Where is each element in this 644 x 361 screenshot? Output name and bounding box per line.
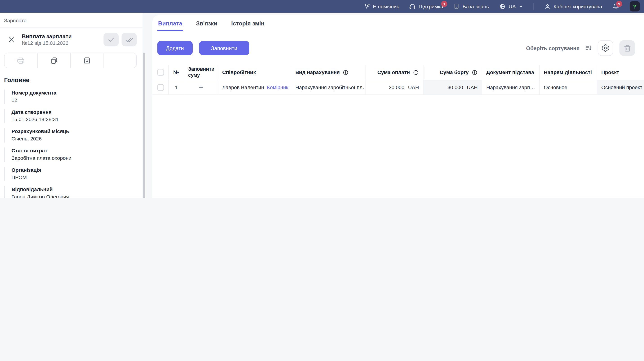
row-cell-fill-amount [184, 80, 218, 94]
table-actions: Додати Заповнити Оберіть сортування [152, 40, 644, 56]
row-cell-select [152, 80, 169, 94]
header-cell-num: № [169, 65, 184, 80]
user-cabinet-label: Кабінет користувача [554, 4, 602, 10]
sort-and-settings: Оберіть сортування [526, 40, 635, 56]
sort-icon[interactable] [585, 44, 592, 52]
field-created-date[interactable]: Дата створення 15.01.2026 18:28:31 [4, 109, 137, 123]
select-all-checkbox[interactable] [157, 69, 164, 76]
tab-history[interactable]: Історія змін [230, 20, 265, 31]
topbar-item-knowledge-base[interactable]: База знань [454, 0, 489, 13]
chevron-down-icon [519, 4, 523, 8]
sort-select[interactable]: Оберіть сортування [526, 45, 580, 51]
fill-button[interactable]: Заповнити [199, 41, 249, 55]
field-expense-item[interactable]: Стаття витрат Заробітна плата охорони [4, 148, 137, 162]
header-cell-base-document: Документ підстава [482, 65, 540, 80]
add-button[interactable]: Додати [157, 41, 192, 55]
topbar-item-support[interactable]: Підтримка 1 [409, 0, 443, 13]
tabs: Виплата Зв'язки Історія змін [152, 15, 644, 31]
table-row[interactable]: 1 Лавров Валентин Комірник Нарахування з… [152, 80, 644, 95]
assistant-label: Е-помічник [373, 4, 399, 10]
printer-icon [17, 56, 25, 64]
support-badge: 1 [441, 1, 447, 7]
trash-icon [623, 44, 631, 52]
header-cell-accrual-type: Вид нарахування [291, 65, 366, 80]
sidebar-scrollbar[interactable] [143, 53, 145, 198]
field-billing-month[interactable]: Розрахунковий місяць Січень, 2026 [4, 128, 137, 142]
check-icon [107, 36, 115, 44]
plus-icon[interactable] [197, 84, 204, 91]
row-cell-project: Основний проект [597, 80, 644, 94]
globe-icon [499, 3, 506, 10]
archive-box-icon [83, 56, 91, 64]
close-icon [8, 36, 15, 43]
header-cell-fill-amount: Заповнити суму [184, 65, 218, 80]
field-organization[interactable]: Організація ПРОМ [4, 167, 137, 181]
gear-icon [601, 44, 610, 52]
toolbar-empty-slot [104, 53, 136, 68]
language-label: UA [508, 4, 516, 10]
support-label: Підтримка [418, 4, 443, 10]
info-icon[interactable] [413, 69, 419, 76]
notifications-badge: 9 [616, 1, 622, 7]
book-icon [454, 4, 460, 10]
header-cell-activity-direction: Напрям діяльності [540, 65, 597, 80]
document-titles: Виплата зарплати №12 від 15.01.2026 [22, 34, 72, 46]
headset-icon [409, 3, 416, 10]
row-cell-num: 1 [169, 80, 184, 94]
copy-button[interactable] [38, 53, 71, 68]
table-settings-button[interactable] [598, 40, 613, 56]
tab-payment[interactable]: Виплата [157, 20, 183, 31]
avatar[interactable] [630, 1, 640, 12]
header-cell-project: Проєкт [597, 65, 644, 80]
double-check-icon [125, 36, 134, 44]
field-doc-number[interactable]: Номер документа 12 [4, 90, 137, 104]
row-cell-employee[interactable]: Лавров Валентин Комірник [218, 80, 291, 94]
row-cell-activity-direction: Основное [540, 80, 597, 94]
close-button[interactable] [6, 35, 16, 44]
topbar-menu: Е-помічник Підтримка 1 База знань UA Каб… [364, 0, 644, 13]
topbar: Е-помічник Підтримка 1 База знань UA Каб… [0, 0, 644, 13]
document-toolbar [4, 53, 137, 68]
print-button[interactable] [4, 53, 38, 68]
archive-button[interactable] [71, 53, 104, 68]
copy-icon [50, 56, 58, 64]
approve-all-button[interactable] [122, 33, 137, 46]
breadcrumb: Зарплата [0, 13, 142, 28]
row-cell-base-document: Нарахування зарп… [482, 80, 540, 94]
info-icon[interactable] [343, 69, 349, 76]
header-cell-payment-amount: Сума оплати [366, 65, 424, 80]
document-sidebar: Зарплата Виплата зарплати №12 від 15.01.… [0, 13, 142, 198]
tab-relations[interactable]: Зв'язки [195, 20, 218, 31]
topbar-item-assistant[interactable]: Е-помічник [364, 0, 399, 13]
delete-button[interactable] [620, 40, 635, 56]
document-title: Виплата зарплати [22, 34, 72, 39]
header-cell-select [152, 65, 169, 80]
notifications-button[interactable]: 9 [612, 0, 620, 13]
language-selector[interactable]: UA [499, 0, 523, 13]
header-cell-debt-amount: Сума боргу [424, 65, 482, 80]
user-icon [544, 3, 550, 10]
assistant-cursor-icon [364, 4, 370, 10]
topbar-divider [533, 3, 534, 10]
row-checkbox[interactable] [157, 84, 164, 90]
payments-table: № Заповнити суму Співробітник Вид нараху… [152, 65, 644, 95]
document-header: Виплата зарплати №12 від 15.01.2026 [0, 28, 142, 46]
field-responsible[interactable]: Відповідальний Гарон Димтро Олегович [4, 186, 137, 198]
document-subtitle: №12 від 15.01.2026 [22, 41, 72, 46]
main-panel: Виплата Зв'язки Історія змін Додати Запо… [152, 15, 644, 198]
row-cell-accrual-type: Нарахування заробітньої пл… [291, 80, 366, 94]
section-title-main: Головне [0, 76, 142, 84]
header-cell-employee: Співробітник [218, 65, 291, 80]
row-cell-payment-amount: 20 000 UAH [366, 80, 424, 94]
topbar-item-user-cabinet[interactable]: Кабінет користувача [544, 0, 602, 13]
table-header-row: № Заповнити суму Співробітник Вид нараху… [152, 65, 644, 80]
info-icon[interactable] [472, 69, 478, 76]
sprout-logo-icon [632, 4, 638, 10]
app-window: Е-помічник Підтримка 1 База знань UA Каб… [0, 0, 644, 198]
knowledge-base-label: База знань [463, 4, 489, 10]
employee-role-link[interactable]: Комірник [267, 84, 288, 90]
approve-button[interactable] [104, 33, 119, 46]
approve-buttons [104, 33, 137, 46]
row-cell-debt-amount: 30 000 UAH [424, 80, 482, 94]
